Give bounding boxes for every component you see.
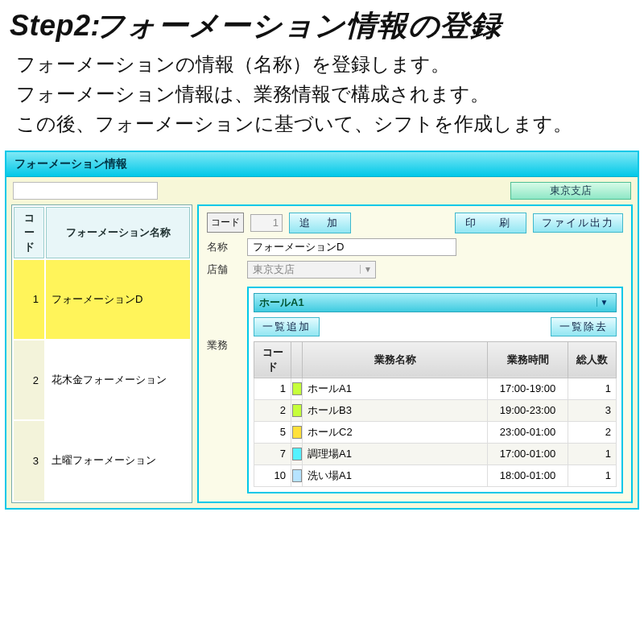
task-row-time: 19:00-23:00 bbox=[488, 399, 568, 421]
branch-chip[interactable]: 東京支店 bbox=[510, 182, 631, 200]
formation-row-code: 3 bbox=[14, 421, 44, 500]
task-label: 業務 bbox=[207, 338, 241, 353]
task-row-code: 5 bbox=[254, 421, 291, 443]
task-row-name: ホールA1 bbox=[303, 378, 488, 399]
task-row-name: ホールC2 bbox=[303, 421, 488, 443]
task-row[interactable]: 7調理場A117:00-01:001 bbox=[254, 443, 617, 464]
task-row[interactable]: 10洗い場A118:00-01:001 bbox=[254, 464, 617, 486]
add-button[interactable]: 追 加 bbox=[289, 213, 351, 233]
task-row[interactable]: 1ホールA117:00-19:001 bbox=[254, 378, 617, 399]
name-label: 名称 bbox=[207, 240, 241, 254]
formation-row-name: 土曜フォーメーション bbox=[46, 421, 190, 500]
search-input[interactable] bbox=[13, 182, 158, 200]
task-col-swatch bbox=[291, 341, 303, 378]
detail-panel: コード 追 加 印 刷 ファイル出力 名称 店舗 東京支店 ▼ 業務 bbox=[197, 204, 633, 503]
task-row-code: 1 bbox=[254, 378, 291, 399]
task-row-time: 18:00-01:00 bbox=[488, 464, 568, 486]
page-step-title: Step2: フォーメーション情報の登録 bbox=[10, 6, 634, 46]
list-add-button[interactable]: 一覧追加 bbox=[254, 317, 320, 336]
task-row-time: 17:00-19:00 bbox=[488, 378, 568, 399]
window-title: フォーメーション情報 bbox=[6, 152, 638, 177]
print-button[interactable]: 印 刷 bbox=[455, 213, 526, 233]
task-row-count: 1 bbox=[568, 378, 617, 399]
intro-line: フォーメーションの情報（名称）を登録します。 bbox=[16, 49, 633, 79]
task-box: ホールA1 ▼ 一覧追加 一覧除去 コード 業務名称 bbox=[247, 287, 623, 493]
step-main-title: フォーメーション情報の登録 bbox=[94, 6, 502, 46]
formation-list: コード フォーメーション名称 1フォーメーションD2花木金フォーメーション3土曜… bbox=[11, 204, 192, 503]
task-col-time: 業務時間 bbox=[488, 341, 568, 378]
formation-row[interactable]: 1フォーメーションD bbox=[14, 260, 190, 339]
intro-line: この後、フォーメーションに基づいて、シフトを作成します。 bbox=[16, 109, 633, 138]
task-row-code: 2 bbox=[254, 399, 291, 421]
formation-name-input[interactable] bbox=[247, 238, 456, 256]
task-row-color bbox=[291, 421, 303, 443]
task-row[interactable]: 5ホールC223:00-01:002 bbox=[254, 421, 617, 443]
task-row-name: 洗い場A1 bbox=[303, 464, 488, 486]
store-select[interactable]: 東京支店 ▼ bbox=[247, 261, 376, 279]
task-col-code: コード bbox=[254, 341, 291, 378]
task-row-color bbox=[291, 464, 303, 486]
chevron-down-icon: ▼ bbox=[360, 265, 372, 274]
hall-select[interactable]: ホールA1 ▼ bbox=[254, 293, 617, 312]
code-label: コード bbox=[207, 213, 244, 233]
code-field[interactable] bbox=[250, 214, 283, 232]
task-row-count: 1 bbox=[568, 443, 617, 464]
col-formation-name: フォーメーション名称 bbox=[46, 207, 190, 258]
store-select-value: 東京支店 bbox=[253, 262, 295, 277]
store-label: 店舗 bbox=[207, 262, 241, 277]
task-row-color bbox=[291, 443, 303, 464]
task-row[interactable]: 2ホールB319:00-23:003 bbox=[254, 399, 617, 421]
task-row-count: 1 bbox=[568, 464, 617, 486]
task-row-code: 7 bbox=[254, 443, 291, 464]
task-row-count: 3 bbox=[568, 399, 617, 421]
file-export-button[interactable]: ファイル出力 bbox=[533, 213, 623, 233]
task-row-name: 調理場A1 bbox=[303, 443, 488, 464]
task-row-code: 10 bbox=[254, 464, 291, 486]
col-code: コード bbox=[14, 207, 44, 258]
formation-row[interactable]: 3土曜フォーメーション bbox=[14, 421, 190, 500]
task-row-color bbox=[291, 399, 303, 421]
task-table: コード 業務名称 業務時間 総人数 1ホールA117:00-19:0012ホール… bbox=[254, 341, 617, 487]
task-row-name: ホールB3 bbox=[303, 399, 488, 421]
formation-row-code: 2 bbox=[14, 341, 44, 419]
app-window: フォーメーション情報 東京支店 コード フォーメーション名称 1フォーメーション… bbox=[5, 151, 639, 510]
task-row-time: 17:00-01:00 bbox=[488, 443, 568, 464]
formation-row-name: フォーメーションD bbox=[46, 260, 190, 339]
task-row-color bbox=[291, 378, 303, 399]
chevron-down-icon: ▼ bbox=[597, 298, 611, 307]
task-row-count: 2 bbox=[568, 421, 617, 443]
formation-row[interactable]: 2花木金フォーメーション bbox=[14, 341, 190, 419]
intro-text: フォーメーションの情報（名称）を登録します。 フォーメーション情報は、業務情報で… bbox=[0, 46, 644, 151]
formation-row-code: 1 bbox=[14, 260, 44, 339]
list-remove-button[interactable]: 一覧除去 bbox=[551, 317, 617, 336]
task-row-time: 23:00-01:00 bbox=[488, 421, 568, 443]
formation-row-name: 花木金フォーメーション bbox=[46, 341, 190, 419]
hall-select-value: ホールA1 bbox=[259, 295, 304, 310]
task-col-count: 総人数 bbox=[568, 341, 617, 378]
task-col-name: 業務名称 bbox=[303, 341, 488, 378]
intro-line: フォーメーション情報は、業務情報で構成されます。 bbox=[16, 79, 633, 109]
step-prefix: Step2: bbox=[10, 9, 101, 43]
